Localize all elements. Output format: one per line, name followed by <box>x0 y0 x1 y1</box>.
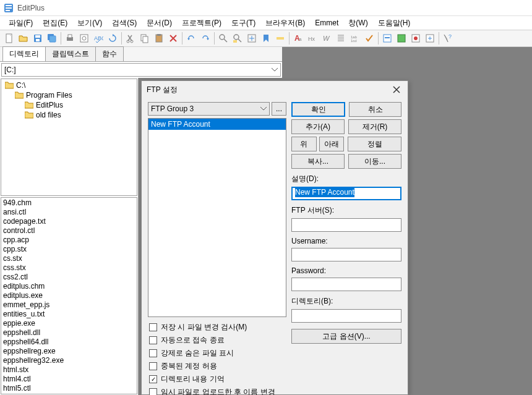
directory-tree[interactable]: C:\Program FilesEditPlusold files <box>1 79 137 196</box>
tb-tool4-icon[interactable] <box>423 32 437 45</box>
tree-node[interactable]: EditPlus <box>2 100 135 110</box>
tb-find-icon[interactable] <box>217 32 230 45</box>
description-input[interactable]: New FTP Account <box>291 187 401 200</box>
tb-font-icon[interactable]: Aa <box>291 32 305 45</box>
tb-tool3-icon[interactable] <box>409 32 423 45</box>
menu-help[interactable]: 도움말(H) <box>373 17 416 30</box>
file-item[interactable]: emmet_epp.js <box>2 300 136 310</box>
tb-tool1-icon[interactable] <box>380 32 394 45</box>
file-item[interactable]: cpp.acp <box>2 236 136 245</box>
ftp-group-combo[interactable]: FTP Group 3 <box>148 102 270 116</box>
menu-window[interactable]: 창(W) <box>343 17 372 30</box>
checkbox-row[interactable]: 임시 파일로 업로드한 후 이름 변경 <box>149 386 286 395</box>
tb-undo-icon[interactable] <box>184 32 198 45</box>
ok-button[interactable]: 확인 <box>291 102 345 117</box>
file-item[interactable]: cpp.stx <box>2 245 136 254</box>
tb-check-icon[interactable] <box>363 32 376 45</box>
username-input[interactable] <box>291 248 401 261</box>
cancel-button[interactable]: 취소 <box>349 102 401 117</box>
close-button[interactable] <box>390 83 403 96</box>
file-item[interactable]: eppshellreg32.exe <box>2 356 136 365</box>
tb-redo-icon[interactable] <box>199 32 212 45</box>
copy-button[interactable]: 복사... <box>291 154 345 169</box>
menu-tools[interactable]: 도구(T) <box>226 17 260 30</box>
tb-ruler-icon[interactable]: 1ab1cd <box>348 32 362 45</box>
file-item[interactable]: html4.ctl <box>2 375 136 384</box>
tb-cut-icon[interactable] <box>124 32 137 45</box>
tree-node[interactable]: Program Files <box>2 90 135 100</box>
tree-node[interactable]: C:\ <box>2 80 135 90</box>
file-item[interactable]: ansi.ctl <box>2 208 136 217</box>
checkbox-row[interactable]: ✓디렉토리 내용 기억 <box>149 373 286 386</box>
tb-open-icon[interactable] <box>17 32 30 45</box>
checkbox-row[interactable]: 중복된 계정 허용 <box>149 360 286 373</box>
drive-selector[interactable]: [C:] <box>1 63 281 77</box>
file-item[interactable]: css2.ctl <box>2 273 136 282</box>
up-button[interactable]: 위 <box>291 137 317 151</box>
svg-rect-34 <box>398 35 405 42</box>
ftp-group-browse-button[interactable]: ... <box>272 102 286 116</box>
file-list[interactable]: 949.chmansi.ctlcodepage.txtcontrol.ctlcp… <box>1 197 137 394</box>
tb-delete-icon[interactable] <box>166 32 180 45</box>
menu-document[interactable]: 문서(D) <box>142 17 177 30</box>
tb-spell-icon[interactable]: ABC <box>92 32 105 45</box>
tb-linenum-icon[interactable] <box>334 32 348 45</box>
server-input[interactable] <box>291 218 401 232</box>
file-item[interactable]: 949.chm <box>2 198 136 208</box>
file-item[interactable]: codepage.txt <box>2 217 136 226</box>
svg-text:a: a <box>299 36 302 42</box>
advanced-button[interactable]: 고급 옵션(V)... <box>291 329 401 344</box>
tb-wrap-icon[interactable]: W <box>320 32 333 45</box>
file-item[interactable]: eppshell.dll <box>2 328 136 338</box>
tab-directory[interactable]: 디렉토리 <box>2 46 46 61</box>
checkbox-row[interactable]: 자동으로 접속 종료 <box>149 334 286 347</box>
file-item[interactable]: eppshellreg.exe <box>2 347 136 356</box>
add-button[interactable]: 추가(A) <box>291 119 345 134</box>
directory-input[interactable] <box>291 309 401 323</box>
tb-copy-icon[interactable] <box>138 32 152 45</box>
file-item[interactable]: css.stx <box>2 263 136 273</box>
menu-search[interactable]: 검색(S) <box>107 17 142 30</box>
move-button[interactable]: 이동... <box>348 154 401 169</box>
tb-preview-icon[interactable] <box>77 32 91 45</box>
file-item[interactable]: editplus.chm <box>2 282 136 291</box>
tab-function[interactable]: 함수 <box>95 46 124 61</box>
tb-print-icon[interactable] <box>63 32 77 45</box>
menu-edit[interactable]: 편집(E) <box>38 17 72 30</box>
file-item[interactable]: entities_u.txt <box>2 310 136 319</box>
tb-help-icon[interactable]: ? <box>441 32 455 45</box>
tb-paste-icon[interactable] <box>152 32 166 45</box>
file-item[interactable]: html.stx <box>2 365 136 375</box>
file-item[interactable]: eppshell64.dll <box>2 338 136 347</box>
checkbox-row[interactable]: 강제로 숨은 파일 표시 <box>149 347 286 360</box>
menu-emmet[interactable]: Emmet <box>310 17 343 28</box>
list-item[interactable]: New FTP Account <box>148 119 286 130</box>
file-item[interactable]: editplus.exe <box>2 291 136 300</box>
menu-view[interactable]: 보기(V) <box>72 17 107 30</box>
sort-button[interactable]: 정렬 <box>348 137 401 151</box>
tb-new-icon[interactable] <box>2 32 16 45</box>
menu-browser[interactable]: 브라우저(B) <box>260 17 310 30</box>
tab-cliptext[interactable]: 클립텍스트 <box>45 46 96 61</box>
tb-saveall-icon[interactable] <box>45 32 59 45</box>
menu-file[interactable]: 파일(F) <box>4 17 38 30</box>
file-item[interactable]: control.ctl <box>2 226 136 236</box>
down-button[interactable]: 아래 <box>319 137 345 151</box>
menu-project[interactable]: 프로젝트(P) <box>177 17 226 30</box>
file-item[interactable]: cs.stx <box>2 254 136 263</box>
tb-goto-icon[interactable] <box>245 32 259 45</box>
ftp-account-list[interactable]: New FTP Account <box>148 118 286 317</box>
tb-save-icon[interactable] <box>31 32 45 45</box>
tb-tool2-icon[interactable] <box>395 32 408 45</box>
file-item[interactable]: eppie.exe <box>2 319 136 328</box>
password-input[interactable] <box>291 278 401 291</box>
tb-bookmark-icon[interactable] <box>259 32 273 45</box>
tree-node[interactable]: old files <box>2 110 135 120</box>
tb-hex-icon[interactable]: Hx <box>306 32 319 45</box>
checkbox-row[interactable]: 저장 시 파일 변경 검사(M) <box>149 321 286 334</box>
remove-button[interactable]: 제거(R) <box>348 119 401 134</box>
tb-replace-icon[interactable] <box>231 32 244 45</box>
file-item[interactable]: html5.ctl <box>2 384 136 393</box>
tb-marker-icon[interactable] <box>273 32 287 45</box>
tb-refresh-icon[interactable] <box>106 32 119 45</box>
